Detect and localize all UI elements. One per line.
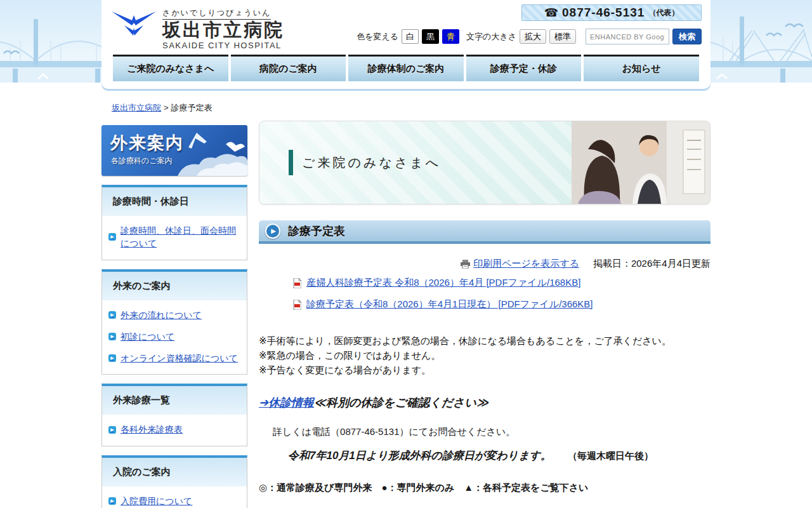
closure-info-link[interactable]: ➔休診情報 [259,396,314,409]
nav-tab-news[interactable]: お知らせ [584,55,699,81]
color-black-button[interactable]: 黒 [422,29,439,44]
sidebar-link-admission-cost[interactable]: ▶ 入院費用について [107,490,242,508]
sidebar-link-label: 各科外来診療表 [121,423,183,436]
sidebar-section-outpatient-guide: 外来のご案内 ▶ 外来の流れについて ▶ 初診について ▶ オンライン資格確認に… [102,269,247,375]
sidebar: 外来案内 各診療科のご案内 診療時間・休診日 ▶ 診療時間、休診日、面会時間につ… [102,125,247,508]
sidebar-link-hours-visiting[interactable]: ▶ 診療時間、休診日、面会時間について [107,220,242,255]
hospital-logo[interactable]: さかいでしりつびょういん 坂出市立病院 SAKAIDE CITY HOSPITA… [110,0,284,53]
sidebar-section-title: 入院のご案内 [102,458,247,486]
search-input[interactable] [586,29,669,44]
hospital-furigana: さかいでしりつびょういん [162,8,271,20]
sidebar-outpatient-banner[interactable]: 外来案内 各診療科のご案内 [102,125,247,176]
pdf-file-icon [293,278,301,288]
symbol-legend: ◎：通常診療及び専門外来 ●：専門外来のみ ▲：各科予定表をご覧下さい [259,482,710,494]
breadcrumb-home-link[interactable]: 坂出市立病院 [112,103,161,112]
printer-icon [461,260,470,269]
page-banner-title: ご来院のみなさまへ [302,154,441,171]
pdf-file-icon [293,300,301,310]
section-title: 診療予定表 [288,224,345,239]
notice-line: ※緊急の場合，この限りではありません。 [259,348,710,363]
breadcrumb-current: 診療予定表 [171,103,213,112]
arrow-bullet-icon: ▶ [108,426,116,434]
notice-line: ※手術等により，医師変更および緊急の場合，休診になる場合もあることを，ご了承くだ… [259,333,710,348]
page: さかいでしりつびょういん 坂出市立病院 SAKAIDE CITY HOSPITA… [0,0,812,508]
header-utilities: ☎ 0877-46-5131 （代表） 色を変える 白 黒 青 文字の大きさ 拡… [357,0,702,53]
font-size-large-button[interactable]: 拡大 [520,29,546,44]
closure-info-note: ≪科別の休診をご確認ください≫ [314,396,488,409]
sidebar-banner-title: 外来案内 [110,131,184,154]
header-card: さかいでしりつびょういん 坂出市立病院 SAKAIDE CITY HOSPITA… [102,0,710,89]
breadcrumb-separator: > [164,103,169,112]
title-accent-bar [289,150,293,175]
header-row: さかいでしりつびょういん 坂出市立病院 SAKAIDE CITY HOSPITA… [110,0,702,53]
closure-info-row: ➔休診情報≪科別の休診をご確認ください≫ [259,395,710,410]
sidebar-link-outpatient-flow[interactable]: ▶ 外来の流れについて [107,304,242,326]
notice-text: ※手術等により，医師変更および緊急の場合，休診になる場合もあることを，ご了承くだ… [259,333,710,377]
schedule-change-row: 令和7年10月1日より形成外科の診療日が変わります。 （毎週木曜日午後） [288,448,710,463]
sidebar-section-admission: 入院のご案内 ▶ 入院費用について ▶ 入院の手続き、準備する [102,455,247,508]
logo-bird-icon [110,4,157,41]
arrow-bullet-icon: ▶ [108,333,116,340]
notice-line: ※予告なく変更になる場合があります。 [259,363,710,377]
sidebar-link-label: 初診について [121,330,174,343]
pdf-link-schedule[interactable]: 診療予定表（令和8（2026）年4月1日現在） [PDFファイル/366KB] [306,298,593,311]
arrow-bullet-icon: ▶ [108,497,116,505]
main-navigation: ご来院のみなさまへ 病院のご案内 診療体制のご案内 診療予定・休診 お知らせ [113,55,699,81]
color-blue-button[interactable]: 青 [442,29,459,44]
schedule-change-detail: （毎週木曜日午後） [568,450,653,462]
nav-tab-medical-system[interactable]: 診療体制のご案内 [348,55,464,81]
nav-tab-schedule[interactable]: 診療予定・休診 [466,55,582,81]
reception-photo [572,121,710,204]
arrow-bullet-icon: ▶ [108,233,116,241]
section-heading: ▶ 診療予定表 [259,220,710,244]
color-change-label: 色を変える [357,31,398,43]
sidebar-banner-subtitle: 各診療科のご案内 [111,156,173,166]
logo-text: さかいでしりつびょういん 坂出市立病院 SAKAIDE CITY HOSPITA… [162,4,284,50]
sidebar-section-outpatient-list: 外来診療一覧 ▶ 各科外来診療表 [102,384,247,446]
print-row: 印刷用ページを表示する 掲載日：2026年4月4日更新 [259,258,710,270]
phone-icon: ☎ [544,7,558,18]
print-link-label: 印刷用ページを表示する [473,258,579,270]
font-size-label: 文字の大きさ [466,31,516,43]
page-banner-title-row: ご来院のみなさまへ [289,150,441,175]
phone-number: 0877-46-5131 [562,6,645,20]
accessibility-controls: 色を変える 白 黒 青 文字の大きさ 拡大 標準 検索 [357,29,702,44]
breadcrumb: 坂出市立病院>診療予定表 [112,102,213,114]
sidebar-link-label: 入院費用について [121,495,192,507]
sidebar-link-label: オンライン資格確認について [121,352,238,364]
pdf-link-row: 産婦人科診療予定表 令和8（2026）年4月 [PDFファイル/168KB] [293,277,710,289]
sidebar-link-department-schedule[interactable]: ▶ 各科外来診療表 [107,418,242,440]
sidebar-section-hours: 診療時間・休診日 ▶ 診療時間、休診日、面会時間について [102,185,247,260]
pdf-link-obstetrics[interactable]: 産婦人科診療予定表 令和8（2026）年4月 [PDFファイル/168KB] [306,277,580,289]
sidebar-section-title: 外来のご案内 [102,272,247,300]
sidebar-link-label: 診療時間、休診日、面会時間について [121,224,240,250]
page-banner: ご来院のみなさまへ [259,121,710,204]
sidebar-section-title: 診療時間・休診日 [102,187,247,216]
hospital-name-en: SAKAIDE CITY HOSPITAL [162,41,284,50]
search-button[interactable]: 検索 [672,29,702,44]
arrow-bullet-icon: ▶ [108,354,116,362]
phone-suffix: （代表） [648,8,679,18]
schedule-change-notice: 令和7年10月1日より形成外科の診療日が変わります。 [288,448,551,463]
sidebar-link-first-visit[interactable]: ▶ 初診について [107,326,242,347]
sidebar-link-label: 外来の流れについて [121,309,202,321]
main-content: ご来院のみなさまへ ▶ 診療予定表 印刷用ページを表示する 掲載日：2026年4… [259,121,710,508]
posted-date: 掲載日：2026年4月4日更新 [593,258,710,270]
nav-tab-visitors[interactable]: ご来院のみなさまへ [113,55,228,81]
pdf-link-row: 診療予定表（令和8（2026）年4月1日現在） [PDFファイル/366KB] [293,298,710,311]
phone-inquiry-note: 詳しくは電話（0877-46-5131）にてお問合せください。 [273,426,710,438]
sidebar-link-online-eligibility[interactable]: ▶ オンライン資格確認について [107,347,242,369]
color-white-button[interactable]: 白 [402,29,419,44]
play-icon: ▶ [265,224,280,239]
nav-tab-hospital-guide[interactable]: 病院のご案内 [231,55,346,81]
hospital-name: 坂出市立病院 [162,20,284,41]
arrow-bullet-icon: ▶ [108,311,116,319]
phone-banner: ☎ 0877-46-5131 （代表） [521,4,702,21]
sidebar-section-title: 外来診療一覧 [102,386,247,415]
print-page-link[interactable]: 印刷用ページを表示する [461,258,579,270]
font-size-standard-button[interactable]: 標準 [549,29,576,44]
